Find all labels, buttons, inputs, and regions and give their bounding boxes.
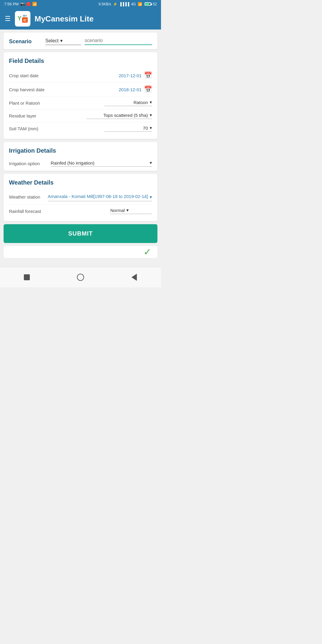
stop-icon [24, 274, 30, 280]
nav-home-button[interactable] [75, 271, 86, 283]
scenario-select-label: Select [45, 38, 58, 44]
hamburger-menu-icon[interactable]: ☰ [5, 16, 11, 22]
rainfall-forecast-row: Rainfall forecast Normal ▾ [9, 205, 152, 217]
weather-details-title: Weather Details [9, 179, 152, 186]
battery-level: 52 [153, 2, 157, 6]
scenario-label: Scenario [9, 38, 42, 45]
scenario-select-arrow: ▾ [60, 38, 63, 44]
rainfall-forecast-arrow: ▾ [126, 208, 129, 213]
irrigation-details-card: Irrigation Details Irrigation option Rai… [4, 142, 157, 171]
soil-tam-dropdown[interactable]: 70 ▾ [104, 125, 152, 132]
submit-button[interactable]: SUBMIT [4, 224, 157, 243]
weather-station-arrow: ▾ [150, 193, 152, 200]
status-icons: 📷 🔴 📶 [20, 2, 37, 6]
scenario-select-dropdown[interactable]: Select ▾ [45, 38, 81, 45]
plant-ratoon-row: Plant or Ratoon Ratoon ▾ [9, 97, 152, 109]
irrigation-option-dropdown[interactable]: Rainfed (No irrigation) ▾ [51, 160, 152, 167]
back-icon [131, 274, 137, 281]
irrigation-option-value: Rainfed (No irrigation) [51, 160, 95, 165]
weather-station-dropdown[interactable]: Amanxala - Komati Mill[1997-06-18 to 201… [48, 193, 152, 201]
residue-layer-arrow: ▾ [150, 112, 152, 118]
residue-layer-value: Tops scattered (5 t/ha) [103, 113, 148, 118]
checkmark-icon: ✓ [143, 246, 151, 258]
bottom-hint-area: ✓ [4, 246, 157, 258]
soil-tam-label: Soil TAM (mm) [9, 126, 104, 131]
app-header: ☰ Y MY iC MyCanesim Lite [0, 8, 161, 30]
nav-back-button[interactable] [21, 271, 33, 283]
soil-tam-row: Soil TAM (mm) 70 ▾ [9, 122, 152, 135]
rainfall-forecast-value: Normal [110, 208, 125, 213]
network-speed: 9.5KB/s [99, 2, 111, 6]
weather-station-label: Weather station [9, 193, 48, 199]
soil-tam-arrow: ▾ [150, 125, 152, 131]
crop-harvest-date-value: 2018-12-01 [119, 87, 142, 92]
weather-details-card: Weather Details Weather station Amanxala… [4, 174, 157, 221]
status-time: 7:56 PM [4, 2, 18, 6]
rainfall-forecast-label: Rainfall forecast [9, 208, 48, 214]
signal-icon: ▐▐▐▐ [119, 2, 129, 6]
app-title: MyCanesim Lite [35, 14, 94, 24]
irrigation-option-arrow: ▾ [150, 160, 152, 165]
residue-layer-label: Residue layer [9, 113, 86, 118]
navigation-bar [0, 267, 161, 287]
nav-recent-button[interactable] [128, 271, 140, 283]
plant-ratoon-value: Ratoon [134, 100, 148, 105]
home-icon [77, 274, 84, 281]
scenario-input[interactable] [85, 38, 152, 45]
status-bar: 7:56 PM 📷 🔴 📶 9.5KB/s ⚡ ▐▐▐▐ 4G 📶 52 [0, 0, 161, 8]
wifi-icon: 📶 [138, 2, 142, 6]
network-type: 4G [131, 2, 136, 6]
rainfall-forecast-dropdown[interactable]: Normal ▾ [110, 208, 152, 214]
irrigation-details-title: Irrigation Details [9, 147, 152, 154]
weather-station-row: Weather station Amanxala - Komati Mill[1… [9, 190, 152, 205]
plant-ratoon-label: Plant or Ratoon [9, 100, 104, 106]
crop-start-calendar-icon[interactable]: 📅 [144, 72, 152, 79]
crop-harvest-date-label: Crop harvest date [9, 87, 119, 92]
crop-start-date-value: 2017-12-01 [119, 73, 142, 78]
plant-ratoon-arrow: ▾ [150, 100, 152, 105]
bluetooth-icon: ⚡ [113, 2, 117, 6]
residue-layer-row: Residue layer Tops scattered (5 t/ha) ▾ [9, 109, 152, 122]
crop-start-date-row: Crop start date 2017-12-01 📅 [9, 69, 152, 83]
irrigation-option-label: Irrigation option [9, 161, 48, 166]
main-content: Scenario Select ▾ Field Details Crop sta… [0, 30, 161, 264]
plant-ratoon-dropdown[interactable]: Ratoon ▾ [104, 100, 152, 106]
battery-icon [145, 2, 151, 6]
residue-layer-dropdown[interactable]: Tops scattered (5 t/ha) ▾ [86, 112, 152, 119]
field-details-title: Field Details [9, 58, 152, 64]
app-logo: Y MY iC [15, 11, 30, 27]
weather-station-value: Amanxala - Komati Mill[1997-06-18 to 201… [48, 193, 148, 199]
crop-harvest-calendar-icon[interactable]: 📅 [144, 86, 152, 93]
soil-tam-value: 70 [143, 126, 148, 131]
scenario-card: Scenario Select ▾ [4, 32, 157, 49]
field-details-card: Field Details Crop start date 2017-12-01… [4, 52, 157, 139]
crop-harvest-date-row: Crop harvest date 2018-12-01 📅 [9, 83, 152, 97]
crop-start-date-label: Crop start date [9, 73, 119, 78]
